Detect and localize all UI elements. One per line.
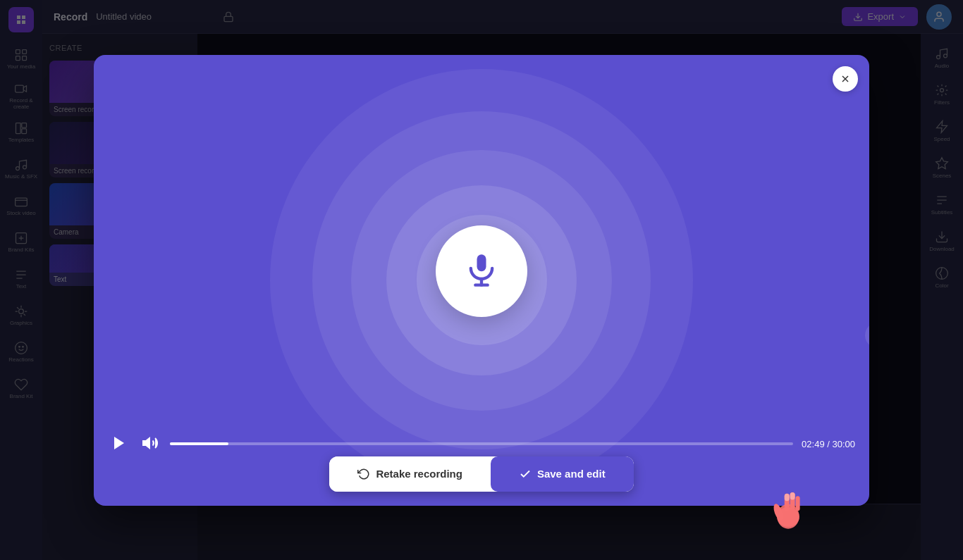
modal-actions: Retake recording Save and edit [94, 456, 869, 506]
svg-point-31 [777, 504, 799, 529]
microphone-icon [463, 251, 500, 291]
mic-container [436, 225, 527, 317]
progress-fill [170, 442, 228, 445]
check-icon [519, 468, 532, 480]
mic-circle [436, 225, 527, 317]
time-display: 02:49 / 30:00 [802, 439, 855, 449]
play-button[interactable] [108, 432, 130, 456]
retake-recording-button[interactable]: Retake recording [329, 456, 491, 492]
svg-point-36 [777, 507, 799, 527]
recording-review-modal: ? 02:49 / 30:00 [94, 55, 869, 506]
svg-rect-24 [477, 254, 486, 271]
volume-button[interactable] [139, 432, 161, 456]
svg-marker-29 [114, 437, 124, 449]
save-and-edit-button[interactable]: Save and edit [491, 456, 634, 492]
svg-marker-30 [143, 438, 149, 448]
help-bubble[interactable]: ? [865, 323, 869, 348]
modal-overlay: ? 02:49 / 30:00 [0, 0, 963, 560]
retake-icon [357, 468, 370, 480]
modal-close-button[interactable] [833, 66, 858, 92]
svg-point-32 [772, 503, 785, 522]
progress-bar[interactable] [170, 442, 793, 445]
action-buttons-container: Retake recording Save and edit [329, 456, 633, 492]
